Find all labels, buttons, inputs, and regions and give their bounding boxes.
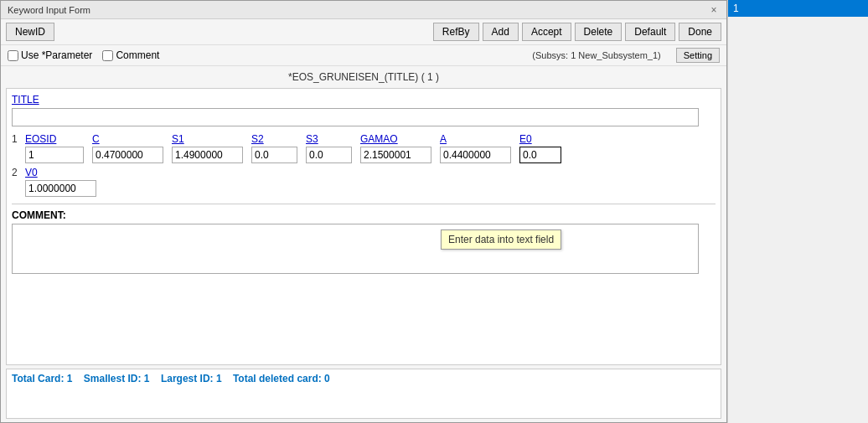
- s1-label[interactable]: S1: [172, 133, 243, 145]
- a-input[interactable]: [440, 147, 511, 163]
- comment-section-label: COMMENT:: [12, 209, 716, 221]
- row1-fields: EOSID C S1 S2 S3: [25, 133, 566, 163]
- row2-fields: V0: [25, 167, 101, 197]
- total-deleted-value: 0: [324, 373, 330, 384]
- gamao-label[interactable]: GAMAO: [360, 133, 431, 145]
- side-panel: 1: [727, 0, 868, 423]
- c-label[interactable]: C: [92, 133, 163, 145]
- newid-button[interactable]: NewID: [6, 23, 54, 41]
- a-label[interactable]: A: [440, 133, 511, 145]
- total-card-label: Total Card:: [12, 373, 67, 384]
- side-panel-selected-item[interactable]: 1: [728, 0, 868, 17]
- toolbar: NewID RefBy Add Accept Delete Default Do…: [1, 19, 726, 45]
- status-text: Total Card: 1 Smallest ID: 1 Largest ID:…: [12, 373, 716, 384]
- main-panel: Keyword Input Form × NewID RefBy Add Acc…: [0, 0, 727, 423]
- default-button[interactable]: Default: [625, 23, 675, 41]
- delete-button[interactable]: Delete: [575, 23, 623, 41]
- options-bar: Use *Parameter Comment (Subsys: 1 New_Su…: [1, 45, 726, 66]
- title-input[interactable]: [12, 108, 699, 126]
- content-area: TITLE 1 EOSID C S1 S2: [6, 88, 721, 365]
- tooltip: Enter data into text field: [441, 230, 561, 250]
- e0-input[interactable]: [519, 147, 561, 163]
- v0-input[interactable]: [25, 180, 96, 197]
- s2-label[interactable]: S2: [251, 133, 297, 145]
- close-button[interactable]: ×: [708, 4, 720, 16]
- total-card-value: 1: [67, 373, 73, 384]
- total-deleted-label: Total deleted card:: [233, 373, 324, 384]
- eosid-label[interactable]: EOSID: [25, 133, 84, 145]
- comment-option-label: Comment: [116, 49, 159, 61]
- v0-field-group: V0: [25, 167, 96, 197]
- done-button[interactable]: Done: [679, 23, 721, 41]
- toolbar-right: RefBy Add Accept Delete Default Done: [433, 23, 721, 41]
- accept-button[interactable]: Accept: [522, 23, 571, 41]
- v0-label[interactable]: V0: [25, 167, 96, 178]
- s1-input[interactable]: [172, 147, 243, 163]
- s3-field-group: S3: [306, 133, 352, 163]
- smallest-id-value: 1: [144, 373, 150, 384]
- s3-label[interactable]: S3: [306, 133, 352, 145]
- gamao-field-group: GAMAO: [360, 133, 431, 163]
- subsys-info: (Subsys: 1 New_Subsystem_1): [532, 50, 660, 60]
- smallest-id-label: Smallest ID:: [84, 373, 144, 384]
- c-field-group: C: [92, 133, 163, 163]
- s2-input[interactable]: [251, 147, 297, 163]
- title-section: TITLE: [12, 94, 716, 126]
- row2-container: 2 V0: [12, 167, 716, 197]
- use-parameter-checkbox[interactable]: [8, 50, 18, 61]
- row1-container: 1 EOSID C S1 S2 S3: [12, 133, 716, 163]
- use-parameter-label: Use *Parameter: [21, 49, 92, 61]
- gamao-input[interactable]: [360, 147, 431, 163]
- s2-field-group: S2: [251, 133, 297, 163]
- title-label[interactable]: TITLE: [12, 94, 39, 106]
- eosid-input[interactable]: [25, 147, 84, 163]
- comment-textarea[interactable]: [12, 224, 699, 274]
- e0-field-group: E0: [519, 133, 561, 163]
- e0-label[interactable]: E0: [519, 133, 561, 145]
- section-divider: [12, 204, 716, 204]
- form-title: *EOS_GRUNEISEN_(TITLE) ( 1 ): [1, 66, 726, 88]
- row1-number: 1: [12, 133, 22, 145]
- setting-button[interactable]: Setting: [676, 48, 720, 63]
- comment-checkbox-label[interactable]: Comment: [102, 49, 159, 61]
- c-input[interactable]: [92, 147, 163, 163]
- s3-input[interactable]: [306, 147, 352, 163]
- title-bar: Keyword Input Form ×: [1, 1, 726, 19]
- largest-id-label: Largest ID:: [161, 373, 216, 384]
- use-parameter-checkbox-label[interactable]: Use *Parameter: [8, 49, 92, 61]
- comment-checkbox[interactable]: [102, 50, 113, 61]
- a-field-group: A: [440, 133, 511, 163]
- status-bar: Total Card: 1 Smallest ID: 1 Largest ID:…: [6, 369, 721, 419]
- refby-button[interactable]: RefBy: [433, 23, 479, 41]
- row2-number: 2: [12, 167, 22, 178]
- comment-section: COMMENT:: [12, 209, 716, 276]
- title-section-header: TITLE: [12, 94, 716, 106]
- s1-field-group: S1: [172, 133, 243, 163]
- eosid-field-group: EOSID: [25, 133, 84, 163]
- title-bar-text: Keyword Input Form: [8, 5, 90, 15]
- add-button[interactable]: Add: [483, 23, 519, 41]
- largest-id-value: 1: [216, 373, 222, 384]
